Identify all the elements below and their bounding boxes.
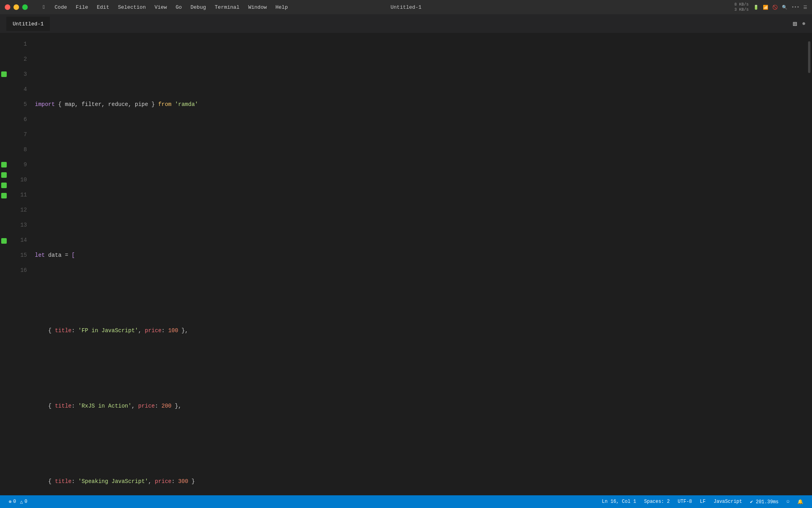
token-from: from bbox=[158, 97, 172, 112]
status-right: Ln 16, Col 1 Spaces: 2 UTF-8 LF JavaScri… bbox=[598, 499, 807, 505]
breakpoint-11[interactable] bbox=[1, 183, 7, 188]
more-actions-icon[interactable]: ● bbox=[802, 20, 806, 27]
scrollbar-thumb[interactable] bbox=[808, 41, 810, 73]
list-icon[interactable]: ☰ bbox=[803, 5, 807, 10]
line-ending[interactable]: LF bbox=[696, 499, 709, 504]
token-ramda: 'ramda' bbox=[175, 97, 198, 112]
close-button[interactable] bbox=[5, 4, 10, 10]
timing[interactable]: ✔ 201.39ms bbox=[746, 499, 783, 505]
menu-terminal[interactable]: Terminal bbox=[211, 4, 243, 11]
tabbar: Untitled-1 ⊞ ● bbox=[0, 14, 812, 33]
split-editor-icon[interactable]: ⊞ bbox=[793, 19, 797, 28]
encoding[interactable]: UTF-8 bbox=[674, 499, 696, 504]
menu-debug[interactable]: Debug bbox=[187, 4, 210, 11]
wifi-icon: 📶 bbox=[763, 5, 768, 10]
warning-icon: △ bbox=[20, 499, 23, 505]
code-line-4: { title : 'FP in JavaScript' , price : 1… bbox=[32, 323, 806, 338]
line-num-8: 8 bbox=[8, 142, 27, 157]
breakpoint-12[interactable] bbox=[1, 193, 7, 198]
feedback-icon[interactable]: ☺ bbox=[783, 499, 793, 504]
titlebar-right: 8 KB/s 3 KB/s 🔋 📶 🚫 🔍 ••• ☰ bbox=[734, 2, 807, 12]
tab-untitled[interactable]: Untitled-1 bbox=[6, 17, 50, 31]
gutter-line-16 bbox=[0, 248, 8, 264]
warning-count: 0 bbox=[25, 499, 27, 504]
code-line-2 bbox=[32, 172, 806, 187]
editor: 1 2 3 4 5 6 7 8 9 10 11 12 13 14 15 16 i… bbox=[0, 33, 812, 495]
gutter-line-14 bbox=[0, 218, 8, 233]
spaces-text: Spaces: 2 bbox=[644, 499, 670, 504]
window-title: Untitled-1 bbox=[391, 4, 421, 10]
language-mode[interactable]: JavaScript bbox=[710, 499, 746, 504]
menu-help[interactable]: Help bbox=[272, 4, 292, 11]
encoding-text: UTF-8 bbox=[678, 499, 692, 504]
battery-icon: 🔋 bbox=[753, 5, 759, 10]
bell-icon: 🔔 bbox=[797, 499, 803, 505]
download-speed: 3 KB/s bbox=[734, 7, 749, 12]
status-left: ⊗ 0 △ 0 bbox=[5, 499, 31, 505]
breakpoint-9[interactable] bbox=[1, 162, 7, 167]
menu-code[interactable]: Code bbox=[51, 4, 71, 11]
gutter-line-13 bbox=[0, 203, 8, 218]
gutter-line-8 bbox=[0, 142, 8, 157]
code-editor[interactable]: import { map, filter, reduce, pipe } fro… bbox=[32, 33, 806, 495]
indentation[interactable]: Spaces: 2 bbox=[640, 499, 674, 504]
menu-apple[interactable]:  bbox=[39, 4, 50, 11]
menu-bar:  Code File Edit Selection View Go Debug… bbox=[39, 4, 292, 11]
dnd-icon: 🚫 bbox=[772, 5, 778, 10]
timing-text: ✔ 201.39ms bbox=[750, 499, 779, 505]
network-speed: 8 KB/s 3 KB/s bbox=[734, 2, 749, 12]
more-icon[interactable]: ••• bbox=[791, 5, 799, 10]
token-import: import bbox=[35, 97, 55, 112]
language-text: JavaScript bbox=[714, 499, 742, 504]
menu-selection[interactable]: Selection bbox=[114, 4, 149, 11]
titlebar:  Code File Edit Selection View Go Debug… bbox=[0, 0, 812, 14]
scrollbar[interactable] bbox=[806, 33, 812, 495]
line-num-2: 2 bbox=[8, 52, 27, 67]
line-num-1: 1 bbox=[8, 37, 27, 52]
minimize-button[interactable] bbox=[13, 4, 19, 10]
menu-go[interactable]: Go bbox=[172, 4, 186, 11]
menu-file[interactable]: File bbox=[72, 4, 92, 11]
error-icon: ⊗ bbox=[9, 499, 11, 505]
menu-view[interactable]: View bbox=[151, 4, 171, 11]
line-num-14: 14 bbox=[8, 233, 27, 248]
line-num-5: 5 bbox=[8, 97, 27, 112]
smiley-icon: ☺ bbox=[787, 499, 789, 504]
menu-window[interactable]: Window bbox=[244, 4, 271, 11]
notification-icon[interactable]: 🔔 bbox=[793, 499, 807, 505]
line-num-13: 13 bbox=[8, 217, 27, 233]
search-icon[interactable]: 🔍 bbox=[782, 5, 787, 10]
line-num-16: 16 bbox=[8, 263, 27, 278]
statusbar: ⊗ 0 △ 0 Ln 16, Col 1 Spaces: 2 UTF-8 LF … bbox=[0, 495, 812, 508]
code-line-5: { title : 'RxJS in Action' , price : 200… bbox=[32, 398, 806, 414]
gutter-line-2 bbox=[0, 52, 8, 67]
line-num-7: 7 bbox=[8, 127, 27, 142]
code-line-6: { title : 'Speaking JavaScript' , price … bbox=[32, 474, 806, 489]
gutter-line-7 bbox=[0, 127, 8, 142]
errors-indicator[interactable]: ⊗ 0 △ 0 bbox=[5, 499, 31, 505]
titlebar-icons: 🔋 📶 🚫 🔍 ••• ☰ bbox=[753, 5, 807, 10]
breakpoint-10[interactable] bbox=[1, 172, 7, 178]
tab-controls: ⊞ ● bbox=[793, 19, 806, 28]
line-num-11: 11 bbox=[8, 187, 27, 202]
gutter-line-6 bbox=[0, 112, 8, 127]
breakpoint-15[interactable] bbox=[1, 238, 7, 244]
line-ending-text: LF bbox=[700, 499, 705, 504]
line-num-15: 15 bbox=[8, 248, 27, 263]
titlebar-left:  Code File Edit Selection View Go Debug… bbox=[5, 4, 292, 11]
maximize-button[interactable] bbox=[22, 4, 28, 10]
upload-speed: 8 KB/s bbox=[734, 2, 749, 7]
position-text: Ln 16, Col 1 bbox=[602, 499, 636, 504]
line-num-6: 6 bbox=[8, 112, 27, 127]
gutter-line-5 bbox=[0, 97, 8, 112]
line-num-12: 12 bbox=[8, 202, 27, 217]
line-num-3: 3 bbox=[8, 67, 27, 82]
line-numbers: 1 2 3 4 5 6 7 8 9 10 11 12 13 14 15 16 bbox=[8, 33, 32, 495]
menu-edit[interactable]: Edit bbox=[93, 4, 113, 11]
tab-label: Untitled-1 bbox=[13, 21, 44, 27]
line-num-4: 4 bbox=[8, 82, 27, 97]
gutter-line-1 bbox=[0, 37, 8, 52]
breakpoint-3[interactable] bbox=[1, 71, 7, 77]
line-num-9: 9 bbox=[8, 157, 27, 172]
cursor-position[interactable]: Ln 16, Col 1 bbox=[598, 499, 640, 504]
